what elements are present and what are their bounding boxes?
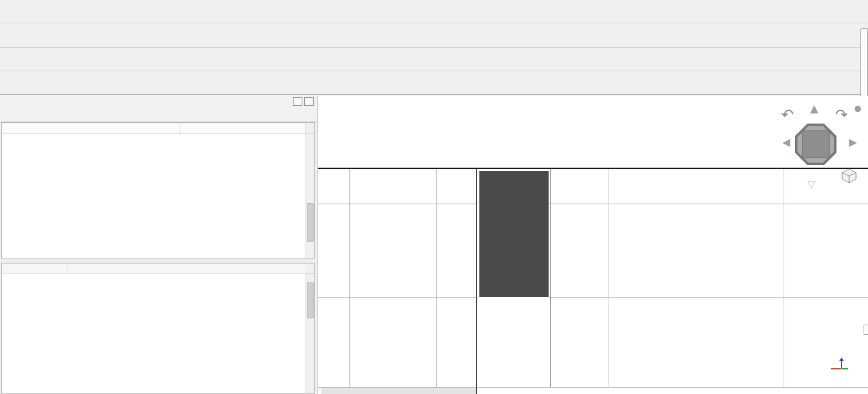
scroll-up-icon[interactable] [306, 134, 314, 141]
cube-z-edge [839, 132, 841, 165]
tree-header-description[interactable] [180, 123, 306, 134]
float-panel-icon[interactable] [293, 97, 302, 106]
selection-node[interactable] [476, 296, 479, 299]
property-scrollbar[interactable] [306, 274, 314, 393]
grid-line-horizontal [318, 204, 868, 204]
navigation-cube[interactable] [795, 124, 837, 165]
scroll-up-icon[interactable] [306, 123, 314, 134]
mini-cube-icon[interactable] [840, 168, 858, 184]
model-face-side[interactable] [321, 169, 477, 387]
tree-body [2, 134, 306, 258]
grid-line-horizontal [318, 387, 868, 388]
tree-scrollbar[interactable] [306, 134, 314, 258]
selection-node[interactable] [548, 296, 551, 299]
grid-line-vertical [784, 169, 784, 387]
scroll-down-icon[interactable] [306, 386, 314, 393]
rotate-right-arrow-icon[interactable]: ↷ [835, 106, 848, 124]
model-edge-vertical [476, 169, 477, 394]
grid-line-vertical [437, 169, 437, 387]
panel-title-bar[interactable] [0, 96, 317, 107]
model-edge-vertical [550, 169, 551, 387]
window-grid [479, 171, 549, 297]
x-axis-line [318, 382, 868, 383]
navigation-cluster: ↶ ▲ ↷ ● ◀ ▶ ▽ [781, 101, 864, 197]
value-column-header[interactable] [67, 264, 306, 274]
scroll-up-icon[interactable] [306, 274, 314, 281]
model-face-edge [321, 387, 477, 394]
grid-line-vertical [350, 169, 350, 387]
grid-line-horizontal [318, 297, 868, 298]
rotate-left-arrow-icon[interactable]: ↶ [781, 106, 794, 124]
property-header [2, 264, 314, 274]
scrollbar-thumb[interactable] [307, 203, 314, 242]
3d-viewport[interactable]: ↶ ▲ ↷ ● ◀ ▶ ▽ [318, 96, 868, 394]
cube-x-edge [805, 166, 839, 168]
axis-indicator [826, 352, 856, 381]
toolbar-row-4 [0, 71, 868, 95]
selection-node[interactable] [548, 167, 551, 170]
toolbar-row-1 [0, 0, 868, 23]
property-column-header[interactable] [2, 264, 67, 274]
toolbar-row-2 [0, 23, 868, 48]
nav-down-arrow-icon[interactable]: ▽ [808, 178, 815, 190]
scroll-down-icon[interactable] [306, 251, 314, 258]
right-edge-tab[interactable] [864, 325, 868, 335]
selection-node[interactable] [476, 167, 479, 170]
tree-header-labels[interactable] [2, 123, 180, 134]
toolbar-row-3 [0, 48, 868, 71]
nav-orbit-dot-icon[interactable]: ● [854, 103, 861, 113]
grid-line-vertical [608, 169, 608, 387]
freecad-window: ↶ ▲ ↷ ● ◀ ▶ ▽ [0, 0, 868, 394]
nav-right-arrow-icon[interactable]: ▶ [849, 136, 857, 148]
nav-left-arrow-icon[interactable]: ◀ [782, 136, 790, 148]
collapsed-panel-strip[interactable] [860, 28, 868, 96]
z-axis-line [694, 96, 695, 389]
combo-view-tabs [0, 107, 317, 122]
selected-rectangle031[interactable] [477, 169, 549, 298]
model-tree [1, 122, 315, 259]
close-panel-icon[interactable] [304, 97, 314, 106]
property-editor [1, 263, 315, 394]
combo-view-panel [0, 96, 317, 394]
scrollbar-thumb[interactable] [307, 282, 314, 318]
tree-header [2, 123, 314, 134]
nav-cube-face-label[interactable] [802, 130, 830, 158]
nav-up-arrow-icon[interactable]: ▲ [810, 102, 818, 115]
